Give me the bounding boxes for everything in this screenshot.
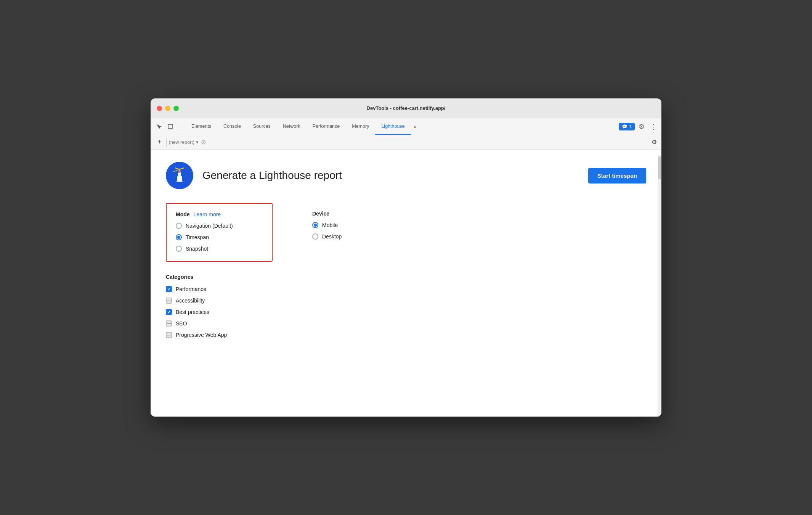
svg-rect-3 xyxy=(177,176,182,182)
tab-network[interactable]: Network xyxy=(277,118,307,135)
traffic-lights xyxy=(157,106,179,111)
seo-checkbox xyxy=(166,320,172,327)
snapshot-radio xyxy=(176,246,182,252)
inspect-icon[interactable] xyxy=(165,121,176,132)
devtools-toolbar: Elements Console Sources Network Perform… xyxy=(151,118,661,135)
tab-performance[interactable]: Performance xyxy=(307,118,346,135)
close-button[interactable] xyxy=(157,106,162,111)
more-options-button[interactable]: ⋮ xyxy=(648,121,658,132)
device-radio-group: Mobile Desktop xyxy=(312,222,369,240)
tab-sources[interactable]: Sources xyxy=(247,118,277,135)
mode-title: Mode xyxy=(176,211,190,217)
toolbar-right: 💬 1 ⚙ ⋮ xyxy=(619,121,658,132)
device-mobile-option[interactable]: Mobile xyxy=(312,222,369,228)
tab-elements[interactable]: Elements xyxy=(185,118,217,135)
svg-rect-0 xyxy=(168,124,173,128)
best-practices-checkbox xyxy=(166,309,172,315)
no-entry-icon: ⊘ xyxy=(201,138,206,146)
category-pwa[interactable]: Progressive Web App xyxy=(166,332,646,338)
navigation-radio xyxy=(176,223,182,229)
mode-timespan-option[interactable]: Timespan xyxy=(176,234,261,240)
toolbar-divider xyxy=(182,121,182,132)
minimize-button[interactable] xyxy=(165,106,170,111)
tab-lighthouse[interactable]: Lighthouse xyxy=(375,118,411,135)
category-accessibility[interactable]: Accessibility xyxy=(166,298,646,304)
categories-checkbox-group: Performance Accessibility Best practices… xyxy=(166,286,646,338)
cursor-icon[interactable] xyxy=(154,121,164,132)
svg-point-9 xyxy=(178,171,181,173)
scrollbar[interactable] xyxy=(658,155,661,417)
report-bar-divider xyxy=(166,138,167,146)
report-bar: + (new report) ▾ ⊘ ⚙ xyxy=(151,135,661,150)
mode-device-row: Mode Learn more Navigation (Default) Tim… xyxy=(166,203,646,262)
toolbar-icons xyxy=(154,121,176,132)
chevron-down-icon: ▾ xyxy=(196,139,199,145)
tab-memory[interactable]: Memory xyxy=(346,118,375,135)
mobile-radio xyxy=(312,222,318,228)
categories-section: Categories Performance Accessibility Bes… xyxy=(166,274,646,338)
report-select[interactable]: (new report) ▾ xyxy=(169,139,199,145)
device-title: Device xyxy=(312,211,369,217)
maximize-button[interactable] xyxy=(173,106,179,111)
tab-console[interactable]: Console xyxy=(217,118,247,135)
accessibility-checkbox xyxy=(166,298,172,304)
more-tabs-button[interactable]: » xyxy=(411,124,420,129)
learn-more-link[interactable]: Learn more xyxy=(194,211,221,217)
mode-snapshot-option[interactable]: Snapshot xyxy=(176,246,261,252)
window-title: DevTools - coffee-cart.netlify.app/ xyxy=(367,105,446,111)
title-bar: DevTools - coffee-cart.netlify.app/ xyxy=(151,98,661,118)
main-content: Generate a Lighthouse report Start times… xyxy=(151,150,661,417)
category-performance[interactable]: Performance xyxy=(166,286,646,292)
chat-badge[interactable]: 💬 1 xyxy=(619,123,635,130)
mode-section: Mode Learn more Navigation (Default) Tim… xyxy=(166,203,273,262)
device-desktop-option[interactable]: Desktop xyxy=(312,233,369,240)
svg-rect-10 xyxy=(177,181,183,182)
start-timespan-button[interactable]: Start timespan xyxy=(588,168,646,183)
report-settings-icon[interactable]: ⚙ xyxy=(652,138,657,146)
category-best-practices[interactable]: Best practices xyxy=(166,309,646,315)
mode-radio-group: Navigation (Default) Timespan Snapshot xyxy=(176,223,261,252)
page-title: Generate a Lighthouse report xyxy=(202,169,588,182)
mode-navigation-option[interactable]: Navigation (Default) xyxy=(176,223,261,229)
tab-nav: Elements Console Sources Network Perform… xyxy=(185,118,617,135)
svg-rect-4 xyxy=(178,174,181,177)
settings-button[interactable]: ⚙ xyxy=(637,121,646,132)
timespan-radio xyxy=(176,234,182,240)
desktop-radio xyxy=(312,233,318,240)
performance-checkbox xyxy=(166,286,172,292)
chat-icon: 💬 xyxy=(622,124,627,129)
lighthouse-logo xyxy=(166,162,193,189)
category-seo[interactable]: SEO xyxy=(166,320,646,327)
pwa-checkbox xyxy=(166,332,172,338)
categories-title: Categories xyxy=(166,274,646,280)
device-section: Device Mobile Desktop xyxy=(303,203,379,262)
scrollbar-thumb[interactable] xyxy=(658,156,661,179)
lighthouse-header: Generate a Lighthouse report Start times… xyxy=(166,162,646,189)
add-report-button[interactable]: + xyxy=(155,137,164,147)
